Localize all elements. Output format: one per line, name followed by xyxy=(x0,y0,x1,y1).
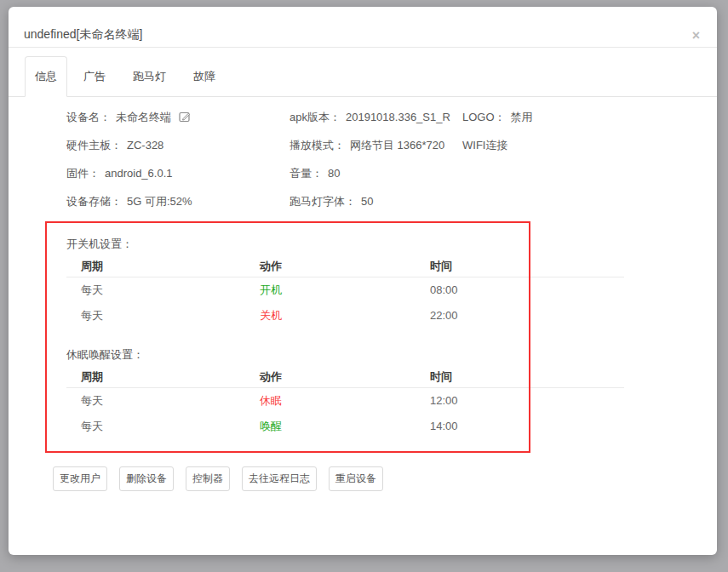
field-label: apk版本： xyxy=(289,111,341,123)
col-header-period: 周期 xyxy=(81,365,260,387)
power-schedule-title: 开关机设置： xyxy=(66,234,717,255)
table-row: 每天 关机 22:00 xyxy=(66,303,624,329)
table-row: 每天 唤醒 14:00 xyxy=(66,414,624,439)
tab-ads[interactable]: 广告 xyxy=(72,56,117,97)
info-row: 设备存储：5G 可用:52% 跑马灯字体：50 xyxy=(66,187,717,215)
col-header-action: 动作 xyxy=(260,365,430,387)
field-value: android_6.0.1 xyxy=(105,167,173,180)
change-user-button[interactable]: 更改用户 xyxy=(53,466,107,491)
cell-action: 休眠 xyxy=(260,388,430,414)
field-label: 设备名： xyxy=(66,111,111,123)
col-header-period: 周期 xyxy=(81,255,260,277)
close-icon[interactable]: × xyxy=(691,30,702,42)
sleep-wake-schedule-title: 休眠唤醒设置： xyxy=(66,345,717,365)
field-value: 20191018.336_S1_R xyxy=(346,111,450,123)
field-value: 未命名终端 xyxy=(116,111,171,123)
cell-action: 开机 xyxy=(260,277,430,303)
field-value: 5G 可用:52% xyxy=(127,195,192,208)
remote-log-button[interactable]: 去往远程日志 xyxy=(242,466,317,491)
field-label: WIFI连接 xyxy=(462,139,507,152)
field-logo: LOGO：禁用 xyxy=(462,103,717,131)
info-row: 设备名：未命名终端 apk版本：20191018.336_S1_R LOGO：禁… xyxy=(66,103,717,131)
field-firmware: 固件：android_6.0.1 xyxy=(66,159,289,187)
table-header-row: 周期 动作 时间 xyxy=(66,365,624,388)
info-row: 硬件主板：ZC-328 播放模式：网络节目 1366*720 WIFI连接 xyxy=(66,131,717,159)
table-row: 每天 开机 08:00 xyxy=(66,277,624,303)
field-label: 跑马灯字体： xyxy=(289,195,356,208)
info-row: 固件：android_6.0.1 音量：80 xyxy=(66,159,717,187)
col-header-time: 时间 xyxy=(430,255,624,277)
field-label: 硬件主板： xyxy=(66,139,122,152)
field-value: 80 xyxy=(328,167,340,180)
col-header-time: 时间 xyxy=(430,365,624,387)
tab-ads-label: 广告 xyxy=(83,69,106,84)
field-marquee-font: 跑马灯字体：50 xyxy=(289,187,462,215)
tab-info-label: 信息 xyxy=(35,69,57,84)
cell-time: 14:00 xyxy=(430,414,624,439)
tab-info[interactable]: 信息 xyxy=(25,56,67,97)
field-wifi-connection: WIFI连接 xyxy=(462,131,717,159)
device-info-fields: 设备名：未命名终端 apk版本：20191018.336_S1_R LOGO：禁… xyxy=(9,97,717,215)
field-label: LOGO： xyxy=(462,111,506,123)
field-device-name: 设备名：未命名终端 xyxy=(66,103,289,131)
footer-button-row: 更改用户 删除设备 控制器 去往远程日志 重启设备 xyxy=(53,466,717,491)
field-value: 网络节目 1366*720 xyxy=(350,139,444,152)
cell-period: 每天 xyxy=(81,303,260,329)
modal-title: undefined[未命名终端] xyxy=(24,27,142,42)
sleep-wake-schedule-table: 周期 动作 时间 每天 休眠 12:00 每天 唤醒 14:00 xyxy=(66,365,624,439)
tab-fault-label: 故障 xyxy=(193,69,215,84)
field-label: 设备存储： xyxy=(66,195,122,208)
cell-time: 22:00 xyxy=(430,303,624,329)
modal-header: undefined[未命名终端] × xyxy=(9,7,717,48)
controller-button[interactable]: 控制器 xyxy=(186,466,230,491)
tab-bar: 信息 广告 跑马灯 故障 xyxy=(9,56,717,97)
table-header-row: 周期 动作 时间 xyxy=(66,255,624,277)
field-label: 音量： xyxy=(289,167,323,180)
field-label: 固件： xyxy=(66,167,100,180)
device-detail-modal: undefined[未命名终端] × 信息 广告 跑马灯 故障 设备名：未命名终… xyxy=(9,7,717,555)
table-row: 每天 休眠 12:00 xyxy=(66,388,624,414)
tab-marquee[interactable]: 跑马灯 xyxy=(122,56,177,97)
field-empty xyxy=(462,159,717,187)
field-value: 50 xyxy=(361,195,373,208)
edit-icon[interactable] xyxy=(179,111,191,123)
cell-action: 唤醒 xyxy=(260,414,430,439)
field-empty xyxy=(462,187,717,215)
delete-device-button[interactable]: 删除设备 xyxy=(119,466,174,491)
col-header-action: 动作 xyxy=(260,255,430,277)
field-hardware-board: 硬件主板：ZC-328 xyxy=(66,131,289,159)
cell-time: 12:00 xyxy=(430,388,624,414)
cell-period: 每天 xyxy=(81,277,260,303)
cell-action: 关机 xyxy=(260,303,430,329)
cell-period: 每天 xyxy=(81,388,260,414)
tab-fault[interactable]: 故障 xyxy=(182,56,226,97)
field-label: 播放模式： xyxy=(289,139,345,152)
field-storage: 设备存储：5G 可用:52% xyxy=(66,187,289,215)
tab-marquee-label: 跑马灯 xyxy=(133,69,166,84)
restart-device-button[interactable]: 重启设备 xyxy=(329,466,383,491)
field-value: 禁用 xyxy=(511,111,533,123)
field-value: ZC-328 xyxy=(127,139,163,152)
field-apk-version: apk版本：20191018.336_S1_R xyxy=(289,103,462,131)
power-schedule-table: 周期 动作 时间 每天 开机 08:00 每天 关机 22:00 xyxy=(66,255,624,329)
field-play-mode: 播放模式：网络节目 1366*720 xyxy=(289,131,462,159)
cell-time: 08:00 xyxy=(430,277,624,303)
field-volume: 音量：80 xyxy=(289,159,462,187)
cell-period: 每天 xyxy=(81,414,260,439)
